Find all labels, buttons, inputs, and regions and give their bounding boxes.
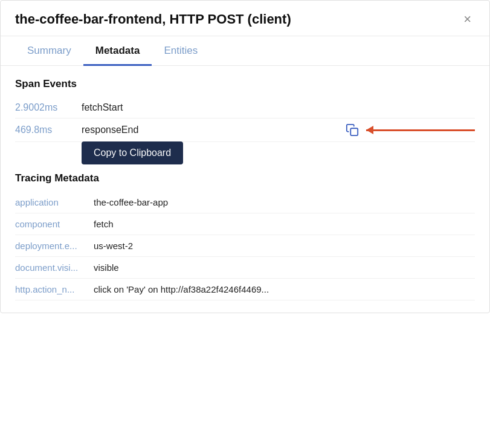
meta-value-component: fetch: [94, 219, 475, 229]
span-events-title: Span Events: [15, 78, 475, 90]
copy-to-clipboard-button[interactable]: [346, 123, 359, 137]
meta-key-document-visibility: document.visi...: [15, 262, 94, 273]
meta-value-document-visibility: visible: [94, 262, 475, 273]
close-button[interactable]: ×: [460, 11, 475, 27]
clipboard-icon: [346, 123, 359, 137]
event-time-responseend: 469.8ms: [15, 125, 82, 135]
svg-rect-0: [350, 128, 358, 135]
event-row-fetchstart: 2.9002ms fetchStart: [15, 97, 475, 118]
meta-key-application: application: [15, 197, 94, 207]
meta-key-http-action: http.action_n...: [15, 284, 94, 294]
panel: the-coffee-bar-frontend, HTTP POST (clie…: [0, 0, 490, 313]
panel-header: the-coffee-bar-frontend, HTTP POST (clie…: [1, 1, 489, 36]
meta-row-application: application the-coffee-bar-app: [15, 192, 475, 213]
meta-value-application: the-coffee-bar-app: [94, 197, 475, 207]
tab-summary[interactable]: Summary: [15, 36, 83, 66]
tab-metadata[interactable]: Metadata: [83, 36, 152, 66]
meta-row-document-visibility: document.visi... visible: [15, 257, 475, 279]
meta-value-deployment: us-west-2: [94, 241, 475, 251]
meta-row-component: component fetch: [15, 213, 475, 235]
copy-tooltip: Copy to Clipboard: [82, 141, 183, 164]
meta-value-http-action: click on 'Pay' on http://af38a22f4246f44…: [94, 284, 475, 294]
panel-title: the-coffee-bar-frontend, HTTP POST (clie…: [15, 11, 291, 27]
event-name-fetchstart: fetchStart: [82, 102, 475, 113]
event-name-responseend: responseEnd: [82, 125, 341, 135]
meta-key-component: component: [15, 219, 94, 229]
tracing-metadata-section: Tracing Metadata application the-coffee-…: [15, 172, 475, 300]
tabs-bar: Summary Metadata Entities: [1, 36, 489, 66]
event-row-responseend: 469.8ms responseEnd Copy to Clipboard: [15, 118, 475, 142]
meta-row-http-action: http.action_n... click on 'Pay' on http:…: [15, 279, 475, 300]
meta-key-deployment: deployment.e...: [15, 241, 94, 251]
tracing-metadata-title: Tracing Metadata: [15, 172, 475, 184]
event-time-fetchstart: 2.9002ms: [15, 102, 82, 113]
tab-entities[interactable]: Entities: [152, 36, 210, 66]
annotation-arrow: [366, 129, 475, 131]
arrow-line: [366, 129, 475, 131]
content-area: Span Events 2.9002ms fetchStart 469.8ms …: [1, 66, 489, 313]
meta-row-deployment: deployment.e... us-west-2: [15, 235, 475, 257]
